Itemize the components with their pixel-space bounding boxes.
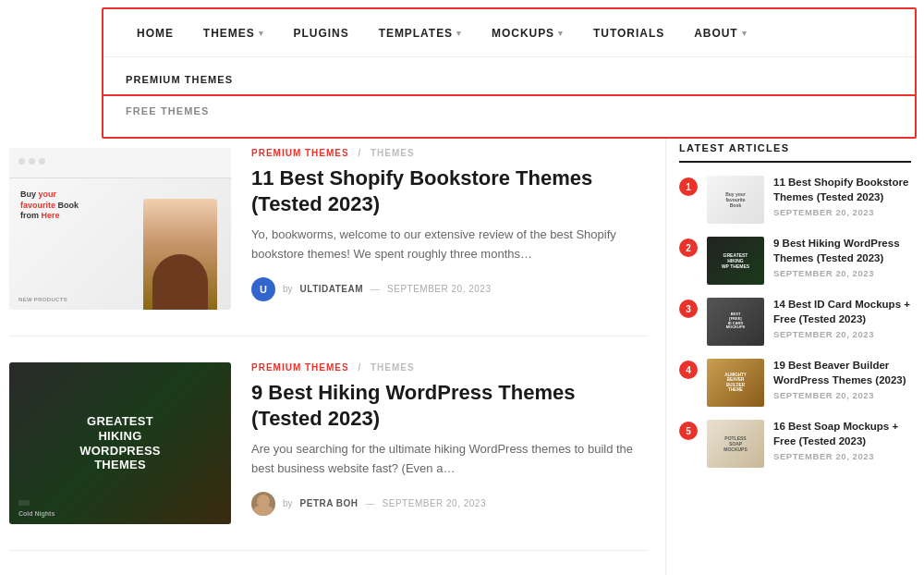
latest-article-title[interactable]: 19 Best Beaver Builder WordPress Themes …	[773, 359, 911, 387]
author-name[interactable]: PETRA BOH	[300, 498, 359, 508]
article-number: 2	[679, 239, 698, 257]
thumb-text: GREATESTHIKINGWORDPRESSTHEMES	[70, 414, 170, 471]
main-content: Buy yourfavourite Bookfrom Here NEW PROD…	[0, 139, 924, 575]
thumb-label: POTLESSSOAPMOCKUPS	[723, 435, 748, 452]
article-date: SEPTEMBER 20, 2023	[383, 498, 486, 508]
article-number: 5	[679, 422, 698, 440]
thumb-label: ALMIGHTYBEAVERBUILDERTHEME	[724, 373, 747, 393]
latest-article-info: 19 Best Beaver Builder WordPress Themes …	[773, 359, 911, 400]
thumb-label: Buy yourfavouriteBook	[725, 191, 746, 208]
latest-article-date: SEPTEMBER 20, 2023	[773, 390, 911, 400]
latest-thumbnail[interactable]: ALMIGHTYBEAVERBUILDERTHEME	[707, 359, 764, 407]
latest-article-date: SEPTEMBER 20, 2023	[773, 268, 911, 278]
author-avatar	[251, 492, 275, 516]
nav-item-plugins[interactable]: PLUGINS	[279, 27, 364, 40]
category-primary[interactable]: PREMIUM THEMES	[251, 148, 349, 158]
nav-item-mockups[interactable]: MOCKUPS ▾	[477, 27, 578, 40]
latest-thumbnail[interactable]: BEST[FREE]ID CARDMOCKUPS	[707, 298, 764, 346]
dot-green	[39, 158, 45, 165]
article-card: GREATESTHIKINGWORDPRESSTHEMES Cold Night…	[9, 362, 647, 551]
dot-yellow	[29, 158, 35, 165]
category-primary[interactable]: PREMIUM THEMES	[251, 362, 349, 373]
browser-dots	[18, 158, 45, 165]
category-secondary[interactable]: THEMES	[371, 362, 415, 373]
latest-thumbnail[interactable]: POTLESSSOAPMOCKUPS	[707, 420, 764, 468]
article-body: PREMIUM THEMES / THEMES 11 Best Shopify …	[251, 148, 647, 310]
latest-thumbnail[interactable]: GREATESTHIKINGWP THEMES	[707, 237, 764, 285]
latest-article-item: 5 POTLESSSOAPMOCKUPS 16 Best Soap Mockup…	[679, 420, 911, 468]
latest-article-title[interactable]: 11 Best Shopify Bookstore Themes (Tested…	[773, 176, 911, 204]
latest-thumbnail[interactable]: Buy yourfavouriteBook	[707, 176, 764, 224]
article-excerpt: Yo, bookworms, welcome to our extensive …	[251, 226, 647, 264]
nav-item-tutorials[interactable]: TUTORIALS	[578, 27, 679, 40]
latest-article-title[interactable]: 16 Best Soap Mockups + Free (Tested 2023…	[773, 420, 911, 448]
themes-dropdown: PREMIUM THEMES FREE THEMES	[103, 57, 915, 137]
sidebar: LATEST ARTICLES 1 Buy yourfavouriteBook …	[665, 139, 924, 575]
thumb-label: NEW PRODUCTS	[18, 297, 67, 302]
chevron-down-icon: ▾	[259, 29, 264, 38]
nav-dropdown-overlay: HOME THEMES ▾ PLUGINS TEMPLATES ▾ MOCKUP…	[102, 7, 917, 139]
article-number: 1	[679, 177, 698, 196]
premium-themes-link[interactable]: PREMIUM THEMES	[103, 67, 915, 96]
latest-article-date: SEPTEMBER 20, 2023	[773, 207, 911, 217]
latest-article-date: SEPTEMBER 20, 2023	[773, 451, 911, 461]
article-meta: by PETRA BOH — SEPTEMBER 20, 2023	[251, 492, 647, 516]
article-card: Buy yourfavourite Bookfrom Here NEW PROD…	[9, 148, 647, 336]
thumb-girl-illustration	[143, 199, 217, 310]
thumb-text: Buy yourfavourite Bookfrom Here	[20, 190, 79, 222]
article-body: PREMIUM THEMES / THEMES 9 Best Hiking Wo…	[251, 362, 647, 524]
free-themes-link[interactable]: FREE THEMES	[103, 98, 915, 124]
author-avatar: U	[251, 277, 275, 301]
latest-article-item: 4 ALMIGHTYBEAVERBUILDERTHEME 19 Best Bea…	[679, 359, 911, 407]
latest-article-title[interactable]: 14 Best ID Card Mockups + Free (Tested 2…	[773, 298, 911, 326]
latest-article-date: SEPTEMBER 20, 2023	[773, 329, 911, 339]
latest-article-info: 14 Best ID Card Mockups + Free (Tested 2…	[773, 298, 911, 339]
latest-article-item: 2 GREATESTHIKINGWP THEMES 9 Best Hiking …	[679, 237, 911, 285]
chevron-down-icon: ▾	[558, 29, 564, 38]
article-number: 3	[679, 300, 698, 318]
nav-item-templates[interactable]: TEMPLATES ▾	[364, 27, 477, 40]
latest-article-info: 11 Best Shopify Bookstore Themes (Tested…	[773, 176, 911, 217]
thumb-sub-label	[18, 500, 30, 506]
nav-item-home[interactable]: HOME	[122, 27, 188, 40]
article-number: 4	[679, 361, 698, 379]
latest-article-item: 3 BEST[FREE]ID CARDMOCKUPS 14 Best ID Ca…	[679, 298, 911, 346]
article-thumbnail[interactable]: GREATESTHIKINGWORDPRESSTHEMES Cold Night…	[9, 362, 231, 524]
thumb-label: GREATESTHIKINGWP THEMES	[722, 252, 749, 269]
latest-article-title[interactable]: 9 Best Hiking WordPress Themes (Tested 2…	[773, 237, 911, 265]
article-meta: U by ULTIDATEAM — SEPTEMBER 20, 2023	[251, 277, 647, 301]
article-title[interactable]: 11 Best Shopify Bookstore Themes (Tested…	[251, 165, 647, 216]
latest-article-info: 9 Best Hiking WordPress Themes (Tested 2…	[773, 237, 911, 278]
article-category: PREMIUM THEMES / THEMES	[251, 362, 647, 373]
chevron-down-icon: ▾	[456, 29, 462, 38]
author-name[interactable]: ULTIDATEAM	[300, 284, 364, 294]
chevron-down-icon: ▾	[742, 29, 748, 38]
latest-article-info: 16 Best Soap Mockups + Free (Tested 2023…	[773, 420, 911, 461]
thumb-label: Cold Nights	[18, 510, 55, 517]
articles-column: Buy yourfavourite Bookfrom Here NEW PROD…	[0, 139, 665, 575]
nav-item-themes[interactable]: THEMES ▾	[188, 27, 279, 40]
thumb-label: BEST[FREE]ID CARDMOCKUPS	[726, 312, 745, 330]
sidebar-title: LATEST ARTICLES	[679, 142, 911, 163]
category-secondary[interactable]: THEMES	[371, 148, 415, 158]
nav-item-about[interactable]: ABOUT ▾	[679, 27, 761, 40]
article-excerpt: Are you searching for the ultimate hikin…	[251, 440, 647, 479]
dot-red	[18, 158, 25, 165]
article-date: SEPTEMBER 20, 2023	[387, 284, 491, 294]
article-thumbnail[interactable]: Buy yourfavourite Bookfrom Here NEW PROD…	[9, 148, 231, 310]
nav-bar: HOME THEMES ▾ PLUGINS TEMPLATES ▾ MOCKUP…	[103, 9, 915, 57]
article-category: PREMIUM THEMES / THEMES	[251, 148, 647, 158]
article-title[interactable]: 9 Best Hiking WordPress Themes (Tested 2…	[251, 380, 647, 431]
latest-article-item: 1 Buy yourfavouriteBook 11 Best Shopify …	[679, 176, 911, 224]
